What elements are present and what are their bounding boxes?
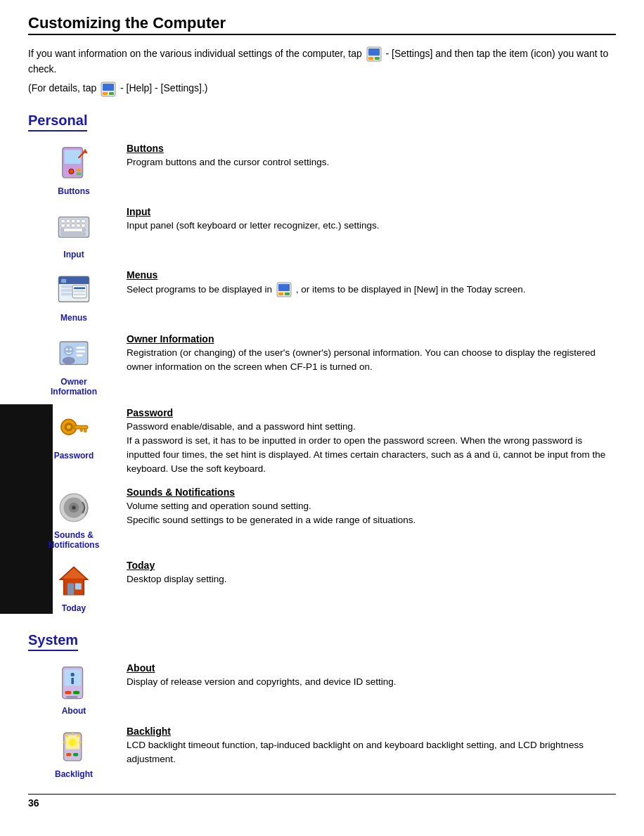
svg-rect-22: [66, 224, 70, 227]
svg-rect-5: [103, 84, 114, 91]
menus-title: Menus: [127, 269, 616, 281]
svg-point-10: [69, 169, 74, 174]
today-label: Today: [62, 603, 86, 613]
menus-inline-icon: [276, 282, 292, 297]
svg-rect-40: [74, 294, 85, 296]
svg-point-47: [63, 356, 75, 364]
svg-point-46: [64, 345, 74, 355]
settings-icon: [366, 46, 382, 62]
page-footer: 36: [28, 794, 616, 809]
owner-information-icon-col: OwnerInformation: [28, 330, 120, 397]
menus-icon: [53, 269, 95, 311]
item-row-sounds-notifications: Sounds &Notifications Sounds & Notificat…: [28, 484, 616, 551]
svg-rect-56: [74, 425, 88, 429]
svg-rect-27: [61, 229, 64, 232]
menus-description: Select programs to be displayed in , or …: [127, 282, 616, 297]
svg-rect-82: [66, 753, 71, 757]
svg-rect-17: [66, 219, 70, 223]
menus-icon-col: Menus: [28, 266, 120, 323]
svg-rect-42: [278, 284, 290, 291]
sounds-notifications-label: Sounds &Notifications: [49, 530, 100, 551]
svg-rect-16: [61, 219, 65, 223]
password-icon-col: Password: [28, 404, 120, 461]
svg-rect-57: [84, 428, 86, 432]
svg-rect-73: [66, 696, 77, 698]
svg-rect-48: [77, 347, 86, 349]
intro-paragraph-1: If you want information on the various i…: [28, 46, 616, 77]
personal-section: Personal Buttons Buttons Prog: [28, 101, 616, 614]
svg-rect-28: [83, 229, 86, 232]
svg-rect-3: [375, 57, 380, 60]
svg-rect-71: [65, 691, 71, 695]
svg-point-62: [72, 506, 75, 509]
svg-rect-12: [77, 172, 82, 175]
svg-rect-25: [82, 224, 85, 227]
owner-information-title: Owner Information: [127, 333, 616, 345]
item-row-input: Input Input Input panel (soft keyboard o…: [28, 203, 616, 259]
svg-rect-19: [77, 219, 80, 223]
backlight-icon: [53, 726, 95, 768]
owner-information-icon: [53, 333, 95, 375]
svg-rect-43: [278, 292, 283, 295]
buttons-description: Program buttons and the cursor control s…: [127, 155, 616, 169]
page-number: 36: [28, 797, 39, 809]
menus-label: Menus: [60, 313, 87, 323]
backlight-desc-col: Backlight LCD backlight timeout function…: [120, 723, 616, 767]
buttons-desc-col: Buttons Program buttons and the cursor c…: [120, 140, 616, 169]
item-row-buttons: Buttons Buttons Program buttons and the …: [28, 140, 616, 196]
item-row-menus: Menus Menus Select programs to be displa…: [28, 266, 616, 323]
svg-rect-65: [75, 584, 82, 590]
today-icon-col: Today: [28, 557, 120, 613]
today-description: Desktop display setting.: [127, 572, 616, 586]
svg-rect-6: [103, 92, 108, 95]
svg-rect-58: [80, 428, 83, 431]
svg-rect-26: [64, 229, 83, 232]
svg-rect-7: [109, 92, 114, 95]
item-row-today: Today Today Desktop display setting.: [28, 557, 616, 613]
sounds-notifications-icon: [53, 487, 95, 529]
page-title: Customizing the Computer: [28, 14, 616, 35]
about-icon-col: About: [28, 660, 120, 716]
about-description: Display of release version and copyright…: [127, 675, 616, 689]
svg-rect-64: [67, 584, 74, 595]
svg-marker-66: [63, 568, 85, 578]
svg-rect-23: [71, 224, 75, 227]
svg-rect-18: [71, 219, 75, 223]
owner-information-desc-col: Owner Information Registration (or chang…: [120, 330, 616, 375]
svg-rect-49: [77, 350, 86, 352]
help-icon: [101, 82, 116, 97]
svg-point-52: [70, 348, 72, 350]
svg-rect-9: [65, 150, 81, 164]
input-icon-col: Input: [28, 203, 120, 259]
about-icon: [53, 662, 95, 705]
about-label: About: [62, 706, 86, 716]
password-section-wrapper: Password Password Password enable/disabl…: [0, 404, 616, 614]
password-desc-col: Password Password enable/disable, and a …: [120, 404, 616, 477]
item-row-password: Password Password Password enable/disabl…: [28, 404, 616, 477]
sounds-notifications-icon-col: Sounds &Notifications: [28, 484, 120, 551]
svg-rect-11: [77, 169, 82, 172]
system-heading: System: [28, 632, 78, 651]
today-icon: [53, 560, 95, 602]
input-description: Input panel (soft keyboard or letter rec…: [127, 219, 616, 233]
svg-point-51: [66, 348, 68, 350]
svg-point-69: [71, 672, 75, 676]
svg-rect-83: [73, 753, 78, 757]
svg-rect-70: [71, 678, 74, 684]
password-title: Password: [127, 407, 616, 418]
buttons-label: Buttons: [58, 186, 89, 196]
svg-rect-44: [285, 292, 290, 295]
input-icon: [53, 206, 95, 248]
svg-rect-33: [61, 279, 66, 283]
svg-rect-24: [77, 224, 80, 227]
intro-paragraph-2: (For details, tap - [Help] - [Settings].…: [28, 81, 616, 96]
backlight-description: LCD backlight timeout function, tap-indu…: [127, 738, 616, 767]
password-label: Password: [54, 451, 94, 461]
about-title: About: [127, 662, 616, 674]
svg-rect-50: [77, 354, 83, 356]
svg-point-55: [67, 425, 70, 428]
backlight-title: Backlight: [127, 726, 616, 737]
backlight-label: Backlight: [55, 769, 93, 779]
sounds-notifications-title: Sounds & Notifications: [127, 487, 616, 498]
buttons-icon: [53, 143, 95, 185]
